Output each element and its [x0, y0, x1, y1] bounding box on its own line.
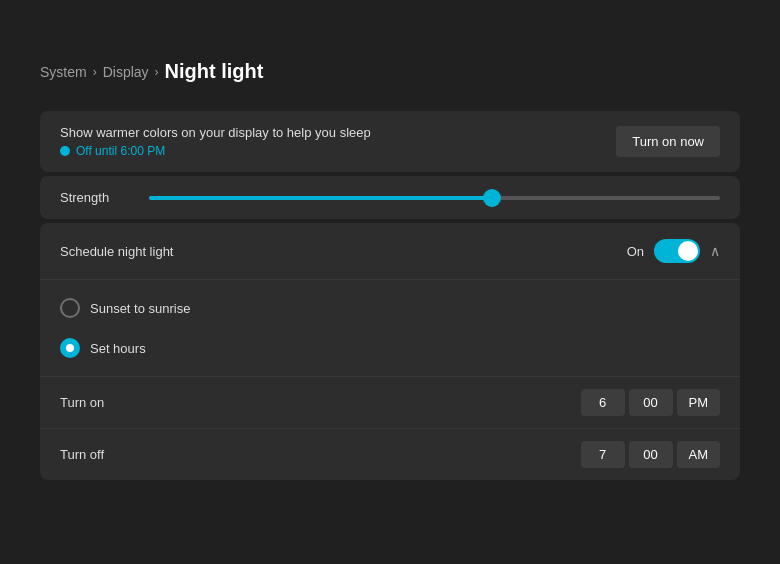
strength-card: Strength [40, 176, 740, 219]
breadcrumb-display[interactable]: Display [103, 64, 149, 80]
turn-on-row: Turn on 6 00 PM [40, 377, 740, 429]
turn-on-hour[interactable]: 6 [581, 389, 625, 416]
schedule-header: Schedule night light On ∧ [40, 223, 740, 280]
turn-off-row: Turn off 7 00 AM [40, 429, 740, 480]
radio-label-sethours: Set hours [90, 341, 146, 356]
breadcrumb-sep-2: › [155, 65, 159, 79]
radio-sunset-to-sunrise[interactable]: Sunset to sunrise [60, 288, 720, 328]
schedule-options: Sunset to sunrise Set hours [40, 280, 740, 377]
turn-on-now-button[interactable]: Turn on now [616, 126, 720, 157]
slider-thumb[interactable] [483, 189, 501, 207]
breadcrumb: System › Display › Night light [40, 60, 740, 83]
turn-off-period[interactable]: AM [677, 441, 721, 468]
schedule-title: Schedule night light [60, 244, 173, 259]
description-text: Show warmer colors on your display to he… [60, 125, 371, 158]
description-section: Show warmer colors on your display to he… [40, 111, 740, 172]
schedule-on-label: On [627, 244, 644, 259]
status-text: Off until 6:00 PM [76, 144, 165, 158]
breadcrumb-sep-1: › [93, 65, 97, 79]
turn-off-hour[interactable]: 7 [581, 441, 625, 468]
radio-circle-sethours [60, 338, 80, 358]
turn-off-controls: 7 00 AM [581, 441, 721, 468]
turn-off-label: Turn off [60, 447, 104, 462]
night-light-description-card: Show warmer colors on your display to he… [40, 111, 740, 172]
status-dot [60, 146, 70, 156]
radio-circle-sunset [60, 298, 80, 318]
slider-track [149, 196, 720, 200]
slider-fill [149, 196, 492, 200]
page-container: System › Display › Night light Show warm… [0, 0, 780, 524]
turn-on-minute[interactable]: 00 [629, 389, 673, 416]
schedule-toggle[interactable] [654, 239, 700, 263]
schedule-right: On ∧ [627, 239, 720, 263]
turn-off-minute[interactable]: 00 [629, 441, 673, 468]
breadcrumb-nightlight: Night light [165, 60, 264, 83]
strength-label: Strength [60, 190, 109, 205]
strength-slider-container[interactable] [149, 196, 720, 200]
description-heading: Show warmer colors on your display to he… [60, 125, 371, 140]
chevron-up-icon[interactable]: ∧ [710, 243, 720, 259]
turn-on-period[interactable]: PM [677, 389, 721, 416]
status-row: Off until 6:00 PM [60, 144, 371, 158]
turn-on-label: Turn on [60, 395, 104, 410]
toggle-knob [678, 241, 698, 261]
schedule-card: Schedule night light On ∧ Sunset to sunr… [40, 223, 740, 480]
turn-on-controls: 6 00 PM [581, 389, 721, 416]
radio-label-sunset: Sunset to sunrise [90, 301, 190, 316]
breadcrumb-system[interactable]: System [40, 64, 87, 80]
radio-set-hours[interactable]: Set hours [60, 328, 720, 368]
